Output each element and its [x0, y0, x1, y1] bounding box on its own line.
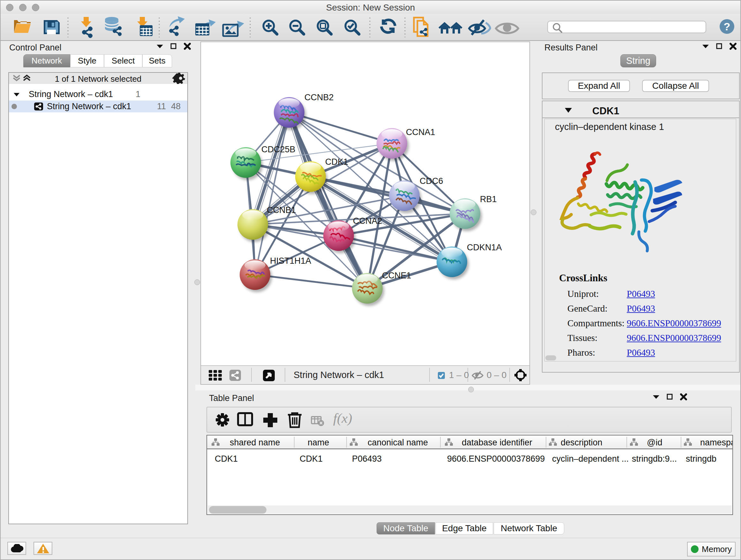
svg-text:CCNB1: CCNB1 [267, 205, 296, 215]
svg-text:CCNA2: CCNA2 [353, 216, 382, 226]
svg-text:description: description [561, 438, 603, 447]
svg-text:0 – 0: 0 – 0 [487, 370, 507, 380]
svg-text:CCNB2: CCNB2 [305, 92, 334, 102]
svg-text:CDC25B: CDC25B [261, 145, 295, 154]
svg-text:HIST1H1A: HIST1H1A [270, 256, 311, 266]
svg-text:String Network – cdk1: String Network – cdk1 [293, 370, 384, 380]
svg-text:@id: @id [647, 438, 662, 447]
svg-text:canonical name: canonical name [367, 438, 428, 447]
svg-text:CDK1: CDK1 [325, 157, 348, 167]
svg-text:1 – 0: 1 – 0 [449, 370, 469, 380]
svg-text:namespac: namespac [700, 438, 732, 447]
svg-text:CDC6: CDC6 [420, 176, 443, 186]
svg-text:name: name [308, 438, 329, 447]
svg-text:RB1: RB1 [480, 194, 497, 204]
svg-text:shared name: shared name [230, 438, 280, 447]
svg-text:CCNA1: CCNA1 [406, 127, 435, 137]
svg-text:CCNE1: CCNE1 [382, 271, 411, 280]
svg-text:database identifier: database identifier [462, 438, 532, 447]
svg-text:f(x): f(x) [333, 411, 352, 426]
svg-text:CDKN1A: CDKN1A [467, 243, 502, 252]
